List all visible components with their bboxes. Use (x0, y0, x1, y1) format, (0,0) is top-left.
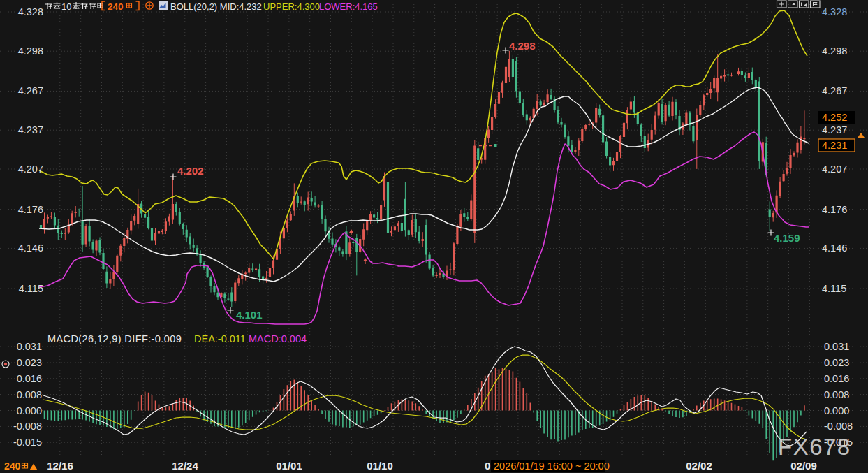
svg-text:BOLL(20,2) MID:4.232: BOLL(20,2) MID:4.232 (170, 1, 262, 12)
svg-text:0.016: 0.016 (824, 373, 849, 384)
svg-text:4.267: 4.267 (822, 85, 847, 96)
svg-text:2026/01/19 16:00 ~ 20:00 —: 2026/01/19 16:00 ~ 20:00 — (494, 460, 623, 472)
svg-text:12/24: 12/24 (172, 460, 198, 472)
svg-text:4.231: 4.231 (822, 140, 847, 151)
svg-text:4.328: 4.328 (18, 6, 43, 17)
svg-text:4.207: 4.207 (18, 163, 43, 175)
svg-text:0.031: 0.031 (824, 341, 849, 352)
svg-text:4.146: 4.146 (822, 242, 847, 254)
svg-text:4.298: 4.298 (18, 45, 43, 57)
svg-text:0.031: 0.031 (17, 341, 42, 352)
svg-text:0.008: 0.008 (17, 389, 42, 400)
svg-text:0.008: 0.008 (824, 389, 849, 400)
svg-text:4.101: 4.101 (236, 309, 263, 321)
svg-text:4.298: 4.298 (509, 40, 536, 52)
svg-text:-0.008: -0.008 (13, 421, 42, 432)
svg-text:4.328: 4.328 (822, 6, 847, 17)
svg-text:0.023: 0.023 (824, 357, 849, 368)
svg-text:01/01: 01/01 (276, 460, 302, 472)
svg-text:4.176: 4.176 (18, 204, 43, 215)
svg-text:240: 240 (108, 1, 124, 12)
svg-text:4.298: 4.298 (822, 45, 847, 57)
svg-text:4.115: 4.115 (822, 283, 846, 294)
svg-text:DEA:-0.011: DEA:-0.011 (194, 333, 246, 344)
svg-text:4.202: 4.202 (177, 165, 204, 177)
svg-text:4.176: 4.176 (822, 204, 847, 215)
svg-text:4.159: 4.159 (774, 232, 800, 244)
svg-text:FX678: FX678 (778, 434, 851, 460)
svg-text:240: 240 (4, 460, 21, 472)
svg-text:0.000: 0.000 (824, 405, 849, 416)
svg-text:0.023: 0.023 (17, 357, 42, 368)
svg-text:0.000: 0.000 (17, 405, 42, 416)
svg-text:4.237: 4.237 (822, 124, 847, 136)
svg-text:0: 0 (485, 460, 490, 472)
svg-text:4.267: 4.267 (18, 85, 43, 96)
svg-text:01/10: 01/10 (367, 460, 393, 472)
svg-text:UPPER:4.300: UPPER:4.300 (263, 1, 320, 12)
svg-text:4.207: 4.207 (822, 163, 847, 175)
svg-text:4.115: 4.115 (19, 283, 43, 294)
svg-text:4.252: 4.252 (822, 112, 847, 123)
svg-text:02/02: 02/02 (686, 460, 712, 472)
svg-text:12/16: 12/16 (47, 460, 73, 472)
svg-text:-0.015: -0.015 (13, 437, 42, 448)
svg-text:4.146: 4.146 (18, 242, 43, 254)
svg-text:02/09: 02/09 (790, 460, 817, 472)
svg-text:0.016: 0.016 (17, 373, 42, 384)
svg-text:MACD:0.004: MACD:0.004 (249, 333, 307, 344)
svg-text:-0.008: -0.008 (824, 421, 853, 432)
svg-text:4.237: 4.237 (18, 124, 43, 136)
svg-text:10: 10 (61, 1, 71, 12)
svg-text:LOWER:4.165: LOWER:4.165 (319, 1, 378, 12)
svg-text:MACD(26,12,9) DIFF:-0.009: MACD(26,12,9) DIFF:-0.009 (47, 333, 182, 344)
